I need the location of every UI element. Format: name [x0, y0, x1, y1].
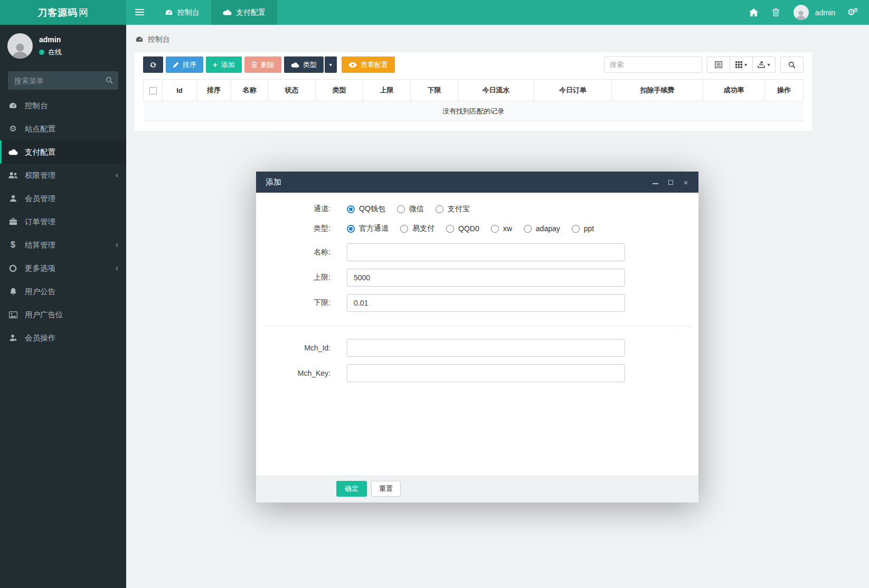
sidebar-item-dashboard[interactable]: 控制台: [0, 94, 126, 117]
reset-button[interactable]: 重置: [371, 481, 401, 497]
dialog-title: 添加: [266, 177, 281, 187]
sidebar-item-site-config[interactable]: ⚙ 站点配置: [0, 117, 126, 140]
sidebar-item-label: 会员管理: [25, 194, 55, 204]
sidebar-item-label: 结算管理: [25, 240, 55, 250]
lower-limit-input[interactable]: [347, 294, 625, 312]
radio-icon: [436, 205, 443, 213]
search-button[interactable]: [780, 56, 804, 73]
col-id: Id: [163, 80, 197, 101]
radio-official-channel[interactable]: 官方通道: [347, 224, 389, 233]
sidebar-item-member-ops[interactable]: 会员操作: [0, 326, 126, 349]
delete-label: 删除: [261, 60, 275, 70]
view-config-button[interactable]: 查看配置: [342, 56, 395, 73]
lower-limit-field-row: 下限:: [265, 294, 690, 312]
cogs-icon[interactable]: ⚙⚙: [848, 8, 857, 17]
search-icon[interactable]: [106, 77, 113, 84]
type-dropdown-button[interactable]: ▾: [325, 56, 337, 73]
sidebar-item-label: 支付配置: [25, 147, 55, 157]
radio-icon: [446, 225, 454, 233]
mch-key-input[interactable]: [347, 364, 625, 382]
upper-limit-field-row: 上限:: [265, 269, 690, 287]
caret-down-icon: ▾: [329, 62, 332, 68]
maximize-icon[interactable]: [667, 179, 674, 185]
export-icon: [758, 61, 765, 68]
col-name: 名称: [231, 80, 268, 101]
name-field-row: 名称:: [265, 243, 690, 261]
tab-payment-config[interactable]: 支付配置: [211, 0, 277, 25]
status-label: 在线: [48, 48, 62, 57]
chevron-left-icon: ‹: [116, 263, 118, 273]
type-button[interactable]: 类型: [284, 56, 324, 73]
chevron-left-icon: ‹: [116, 240, 118, 250]
sidebar-item-ad-slots[interactable]: 用户广告位: [0, 303, 126, 326]
breadcrumb-label: 控制台: [148, 35, 170, 44]
columns-button[interactable]: ▾: [730, 56, 753, 73]
sidebar-item-payment-config[interactable]: 支付配置: [0, 140, 126, 164]
eye-icon: [348, 62, 357, 68]
brand-text-light: 网: [79, 6, 89, 19]
tab-dashboard[interactable]: 控制台: [153, 0, 211, 25]
name-label: 名称:: [265, 248, 330, 257]
hamburger-icon: [135, 9, 144, 16]
sidebar-user-panel: admin 在线: [0, 25, 126, 66]
trash-icon[interactable]: [771, 8, 781, 17]
chevron-left-icon: ‹: [116, 170, 118, 180]
detail-view-button[interactable]: [707, 56, 730, 73]
upper-limit-input[interactable]: [347, 269, 625, 287]
users-icon: [8, 172, 18, 179]
sidebar-item-members[interactable]: 会员管理: [0, 187, 126, 210]
minimize-icon[interactable]: [652, 179, 658, 185]
radio-wechat[interactable]: 微信: [397, 204, 424, 214]
dialog-body: 通道: QQ钱包 微信 支付宝 类型: 官方通道 易支付 QQD0 xw ada…: [256, 193, 698, 475]
close-icon[interactable]: ×: [683, 179, 689, 185]
radio-adapay[interactable]: adapay: [524, 224, 560, 233]
grid-columns-icon: [735, 61, 742, 68]
type-field-row: 类型: 官方通道 易支付 QQD0 xw adapay ppt: [265, 224, 690, 233]
radio-icon: [397, 205, 405, 213]
col-success-rate: 成功率: [703, 80, 765, 101]
radio-qqd0[interactable]: QQD0: [446, 224, 479, 233]
radio-ppt[interactable]: ppt: [572, 224, 594, 233]
circle-icon: [8, 264, 18, 272]
cloud-icon: [8, 149, 18, 155]
tab-label: 控制台: [177, 8, 200, 17]
radio-xw[interactable]: xw: [491, 224, 512, 233]
col-status: 状态: [268, 80, 316, 101]
add-button[interactable]: + 添加: [206, 56, 242, 73]
radio-icon: [524, 225, 532, 233]
select-all-checkbox[interactable]: [149, 87, 157, 94]
name-input[interactable]: [347, 243, 625, 261]
dashboard-icon: [8, 101, 18, 110]
radio-icon: [347, 225, 355, 233]
type-label: 类型:: [265, 224, 330, 233]
dialog-titlebar[interactable]: 添加 ×: [256, 172, 698, 193]
confirm-button[interactable]: 确定: [336, 481, 367, 497]
mch-id-input[interactable]: [347, 339, 625, 357]
delete-button[interactable]: 删除: [244, 56, 281, 73]
gear-icon: ⚙: [8, 125, 18, 133]
sidebar-search-input[interactable]: [8, 71, 118, 90]
navbar-username[interactable]: admin: [815, 8, 835, 17]
export-button[interactable]: ▾: [752, 56, 776, 73]
add-dialog: 添加 × 通道: QQ钱包 微信 支付宝 类型: 官方通道 易支付 QQD0 x…: [256, 172, 698, 502]
sidebar-item-announcements[interactable]: 用户公告: [0, 280, 126, 303]
add-label: 添加: [221, 60, 235, 70]
sidebar-item-settlement[interactable]: $ 结算管理 ‹: [0, 233, 126, 257]
table-search-input[interactable]: [604, 56, 702, 73]
brand-logo[interactable]: 刀客源码网: [0, 0, 126, 25]
sidebar-toggle-button[interactable]: [126, 0, 153, 25]
radio-qq-wallet[interactable]: QQ钱包: [347, 204, 385, 214]
radio-yipay[interactable]: 易支付: [400, 224, 435, 233]
dialog-footer: 确定 重置: [256, 475, 698, 502]
avatar[interactable]: [794, 5, 809, 20]
radio-alipay[interactable]: 支付宝: [436, 204, 470, 214]
refresh-button[interactable]: [143, 56, 163, 73]
sidebar-item-more-options[interactable]: 更多选项 ‹: [0, 257, 126, 280]
sidebar-item-permissions[interactable]: 权限管理 ‹: [0, 164, 126, 187]
sort-button[interactable]: 排序: [166, 56, 203, 73]
sidebar-item-orders[interactable]: 订单管理: [0, 210, 126, 233]
tab-label: 支付配置: [236, 8, 266, 17]
col-sort: 排序: [197, 80, 231, 101]
sidebar-item-label: 订单管理: [25, 217, 55, 227]
home-icon[interactable]: [749, 8, 759, 17]
